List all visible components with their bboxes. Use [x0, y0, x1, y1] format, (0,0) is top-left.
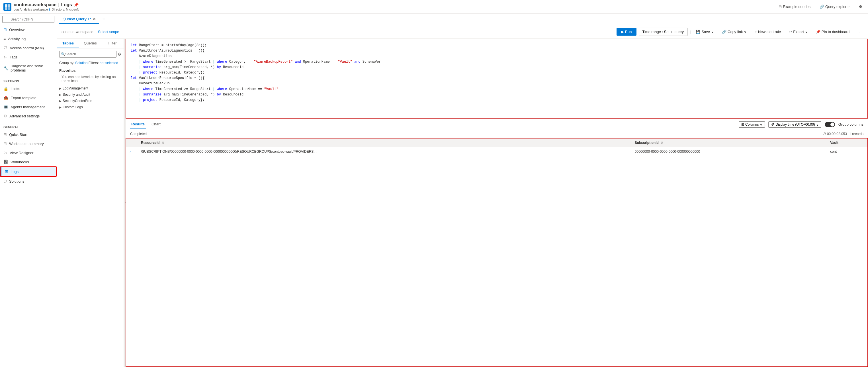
sidebar-item-overview[interactable]: ⊞ Overview [0, 25, 57, 34]
settings-button[interactable]: ⚙ [857, 3, 865, 10]
new-alert-rule-button[interactable]: + New alert rule [752, 28, 784, 36]
favorites-hint: You can add favorites by clicking on the… [59, 74, 121, 84]
results-table: ResourceId ▽ SubscriptionId ▽ Vault [126, 139, 867, 156]
sidebar-item-diagnose[interactable]: 🔧 Diagnose and solve problems [0, 62, 57, 75]
save-chevron: ∨ [711, 30, 714, 34]
active-tab[interactable]: ⬡ New Query 1* ✕ [59, 14, 99, 24]
sidebar-item-workspace-summary[interactable]: ⊞ Workspace summary [0, 139, 57, 148]
query-editor-area: let RangeStart = startofday(ago(3d)); le… [126, 39, 868, 367]
sidebar-item-tags[interactable]: 🏷 Tags [0, 53, 57, 62]
filters-value-link[interactable]: not selected [100, 61, 118, 65]
tree-arrow-security-center-free: ▶ [59, 99, 62, 102]
export-button[interactable]: ↦ Export ∨ [786, 28, 811, 36]
table-header-row: ResourceId ▽ SubscriptionId ▽ Vault [126, 139, 867, 147]
more-button[interactable]: ... [855, 28, 863, 36]
sidebar-item-locks[interactable]: 🔒 Locks [0, 84, 57, 93]
query-editor[interactable]: let RangeStart = startofday(ago(3d)); le… [126, 39, 868, 119]
query-explorer-button[interactable]: 🔗 Query explorer [817, 3, 852, 10]
row-expand-cell[interactable]: › [126, 147, 137, 156]
elapsed-time: ⏱ 00:00:02.053 [823, 132, 847, 136]
th-subscription-id-label: SubscriptionId [635, 141, 659, 145]
tree-arrow-security-audit: ▶ [59, 93, 62, 96]
results-tab-results[interactable]: Results [130, 120, 146, 129]
th-resource-id-filter[interactable]: ▽ [162, 141, 164, 145]
workspace-summary-label: Workspace summary [9, 142, 44, 146]
sidebar-item-quick-start[interactable]: ⊞ Quick Start [0, 130, 57, 139]
new-alert-label: New alert rule [758, 30, 781, 34]
th-vault-label: Vault [830, 141, 838, 145]
run-button[interactable]: ▶ Run [617, 28, 636, 36]
th-subscription-id: SubscriptionId ▽ [631, 139, 827, 147]
pin-to-dashboard-button[interactable]: 📌 Pin to dashboard [813, 28, 852, 36]
tree-item-custom-logs[interactable]: ▶ Custom Logs [57, 104, 124, 110]
query-line-11: | project ResourceId, Category}; [131, 97, 863, 103]
tab-close-button[interactable]: ✕ [93, 17, 96, 21]
example-queries-button[interactable]: ⊞ Example queries [776, 3, 813, 10]
sidebar-item-access-control[interactable]: 🛡 Access control (IAM) [0, 43, 57, 53]
sidebar-item-activity-log[interactable]: ≡ Activity log [0, 34, 57, 43]
group-columns-toggle[interactable] [825, 122, 835, 127]
display-time-chevron: ∨ [816, 123, 819, 126]
copy-link-icon: 🔗 [722, 30, 726, 34]
status-completed: Completed [130, 132, 147, 136]
columns-button[interactable]: ⊞ Columns ∨ [739, 121, 765, 128]
group-columns-label: Group columns [838, 122, 863, 126]
page-title: Logs [61, 2, 72, 7]
select-scope-button[interactable]: Select scope [98, 30, 119, 34]
copy-link-button[interactable]: 🔗 Copy link ∨ [719, 28, 749, 36]
sidebar-item-export-template[interactable]: 📤 Export template [0, 93, 57, 102]
lp-tab-queries[interactable]: Queries [79, 39, 101, 48]
subtitle-workspace: Log Analytics workspace [14, 8, 48, 11]
sidebar-item-workbooks[interactable]: 📓 Workbooks [0, 157, 57, 166]
diagnose-icon: 🔧 [3, 66, 8, 70]
view-designer-label: View Designer [10, 151, 34, 155]
workbooks-label: Workbooks [10, 160, 29, 164]
sidebar-item-advanced-settings[interactable]: ⚙ Advanced settings [0, 112, 57, 121]
results-tab-right: ⊞ Columns ∨ ⏱ Display time (UTC+00:00) ∨… [739, 121, 863, 128]
tab-icon: ⬡ [63, 17, 65, 21]
sidebar-item-view-designer[interactable]: 🗂 View Designer [0, 148, 57, 157]
svg-rect-0 [5, 4, 7, 7]
workspace-name-header: contoso-workspace [14, 2, 56, 7]
th-expand [126, 139, 137, 147]
workspace-summary-icon: ⊞ [3, 141, 7, 146]
sidebar: ⊞ Overview ≡ Activity log 🛡 Access contr… [0, 14, 57, 367]
save-button[interactable]: 💾 Save ∨ [693, 28, 717, 36]
lp-tab-tables[interactable]: Tables [57, 39, 79, 48]
svg-rect-2 [5, 7, 7, 10]
query-line-6: | project ResourceId, Category}; [131, 70, 863, 75]
tree-label-log-management: LogManagement [63, 86, 88, 90]
th-subscription-id-filter[interactable]: ▽ [661, 141, 663, 145]
agents-management-label: Agents management [10, 105, 45, 109]
results-tab-chart[interactable]: Chart [150, 120, 162, 129]
workbooks-icon: 📓 [3, 159, 8, 164]
tree-label-security-center-free: SecurityCenterFree [63, 99, 92, 103]
lp-tab-filter[interactable]: Filter [101, 39, 124, 48]
header-separator: | [58, 2, 59, 7]
lp-search-input[interactable] [59, 51, 117, 58]
time-range-button[interactable]: Time range : Set in query [639, 28, 687, 36]
lp-filter-button[interactable]: ⚙ [118, 52, 121, 56]
export-template-icon: 📤 [3, 95, 8, 100]
export-template-label: Export template [10, 96, 36, 100]
export-label: Export [793, 30, 804, 34]
tree-item-security-audit[interactable]: ▶ Security and Audit [57, 91, 124, 98]
svg-rect-3 [8, 7, 10, 10]
sidebar-item-agents-management[interactable]: 💻 Agents management [0, 102, 57, 112]
tree-item-security-center-free[interactable]: ▶ SecurityCenterFree [57, 98, 124, 104]
group-by-solution-link[interactable]: Solution [75, 61, 87, 65]
example-queries-icon: ⊞ [779, 5, 782, 9]
display-time-button[interactable]: ⏱ Display time (UTC+00:00) ∨ [768, 121, 821, 128]
query-line-10: | summarize arg_max(TimeGenerated, *) by… [131, 92, 863, 97]
row-expand-icon[interactable]: › [130, 150, 131, 154]
sidebar-item-solutions[interactable]: ⬡ Solutions [0, 177, 57, 186]
sidebar-item-logs[interactable]: ⊞ Logs [1, 167, 56, 176]
agents-icon: 💻 [3, 104, 8, 109]
export-chevron: ∨ [805, 30, 808, 34]
header-right: ⊞ Example queries 🔗 Query explorer ⚙ [776, 3, 865, 10]
tree-item-log-management[interactable]: ▶ LogManagement [57, 85, 124, 91]
left-panel-tabs: Tables Queries Filter [57, 39, 124, 49]
add-tab-button[interactable]: + [100, 15, 108, 23]
columns-icon: ⊞ [741, 123, 744, 126]
sidebar-search-input[interactable] [2, 16, 54, 23]
